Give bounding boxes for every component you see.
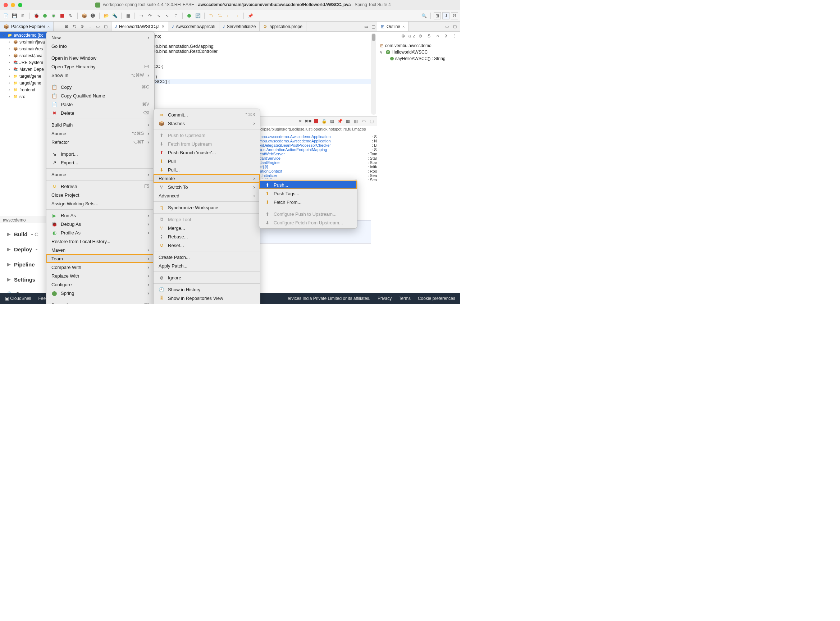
menu-open-type-hierarchy[interactable]: Open Type HierarchyF4 [46,62,154,71]
outline-tree[interactable]: ⊞com.vembu.awsccdemo vCHelloworldAWSCC s… [377,40,460,64]
editor-tab[interactable]: JServletInitialize [219,21,260,31]
focus-task-icon[interactable]: ⊚ [79,23,85,30]
menu-refresh[interactable]: ↻RefreshF5 [46,182,154,191]
minimize-view-icon[interactable]: ▭ [95,23,101,30]
menu-pull[interactable]: ⬇Pull [154,157,260,165]
drop-frame-icon[interactable]: ⤴ [172,12,179,20]
menu-configure[interactable]: Configure [46,280,154,289]
menu-merge[interactable]: ⑂Merge... [154,224,260,232]
nav-fwd-icon[interactable]: → [233,12,241,20]
debug-icon[interactable]: 🐞 [33,12,40,20]
maximize-view-icon[interactable]: ▢ [452,23,458,30]
menu-profile-as[interactable]: ◐Profile As [46,228,154,237]
close-view-icon[interactable]: × [47,24,50,29]
outline-package-row[interactable]: ⊞com.vembu.awsccdemo [380,42,457,49]
menu-spring[interactable]: ⬤Spring [46,289,154,297]
outline-class-row[interactable]: vCHelloworldAWSCC [380,49,457,55]
cloudshell-button[interactable]: ▣ CloudShell [5,296,31,301]
view-menu-icon[interactable]: ⋮ [87,23,93,30]
package-explorer-tab[interactable]: 📦 Package Explorer × [0,21,54,31]
hide-static-icon[interactable]: S [426,33,432,39]
menu-replace-with[interactable]: Replace With [46,271,154,280]
step-over-icon[interactable]: ↷ [146,12,154,20]
open-type-icon[interactable]: 📂 [103,12,110,20]
menu-debug-as[interactable]: 🐞Debug As [46,220,154,228]
menu-show-history[interactable]: 🕘Show in History [154,285,260,294]
sort-icon[interactable]: a↓z [409,33,415,39]
menu-copy[interactable]: 📋Copy⌘C [46,83,154,91]
java-perspective-icon[interactable]: J [442,12,450,20]
editor-tab[interactable]: JAwsccdemoApplicati [168,21,219,31]
skip-breakpoints-icon[interactable]: ⇢ [138,12,145,20]
editor-scrollbar[interactable] [371,33,376,115]
menu-commit[interactable]: ⇨Commit...⌃⌘3 [154,111,260,119]
menu-pull-dialog[interactable]: ⬇Pull... [154,165,260,174]
menu-close-project[interactable]: Close Project [46,191,154,199]
close-tab-icon[interactable]: × [162,24,164,29]
step-into-icon[interactable]: ↘ [155,12,162,20]
hide-local-icon[interactable]: λ [443,33,450,39]
menu-go-into[interactable]: Go Into [46,42,154,50]
menu-create-patch[interactable]: Create Patch... [154,253,260,261]
team-submenu[interactable]: ⇨Commit...⌃⌘3 📦Stashes ⬆Push to Upstream… [153,109,260,304]
menu-push-tags[interactable]: ⬆Push Tags... [259,189,357,198]
open-perspective-icon[interactable]: ⊞ [434,12,441,20]
search-icon[interactable]: 🔦 [111,12,118,20]
menu-rebase[interactable]: ⤸Rebase... [154,232,260,241]
scroll-lock-icon[interactable]: 🔒 [321,118,327,124]
menu-delete[interactable]: ✖Delete⌫ [46,109,154,117]
toggle-block-icon[interactable]: ▦ [124,12,132,20]
menu-switch-to[interactable]: ⑂Switch To [154,183,260,191]
open-console-icon[interactable]: ▥ [353,118,359,124]
focus-icon[interactable]: ⊚ [400,33,406,39]
rediscover-icon[interactable] [186,12,193,20]
outline-method-row[interactable]: sayHelloAWSCC() : String [380,55,457,62]
link-editor-icon[interactable]: ⇆ [71,23,77,30]
minimize-window-icon[interactable] [11,3,15,7]
close-view-icon[interactable]: × [403,24,404,29]
step-return-icon[interactable]: ↖ [163,12,171,20]
menu-new[interactable]: New [46,33,154,42]
save-icon[interactable]: 💾 [11,12,18,20]
menu-push[interactable]: ⬆Push... [259,180,357,189]
menu-export[interactable]: ↗Export... [46,158,154,167]
terminate-icon[interactable] [313,118,319,124]
zoom-window-icon[interactable] [18,3,22,7]
menu-sync-workspace[interactable]: ⇅Synchronize Workspace [154,203,260,212]
outline-tab[interactable]: ⊞Outline× [377,21,409,31]
menu-ignore[interactable]: ⊘Ignore [154,273,260,282]
menu-remote[interactable]: Remote [154,174,260,183]
minimize-editor-icon[interactable]: ▭ [362,23,370,30]
menu-team[interactable]: Team [46,254,154,263]
menu-maven[interactable]: Maven [46,245,154,254]
editor-tab[interactable]: ⚙application.prope [260,21,306,31]
menu-assign-ws[interactable]: Assign Working Sets... [46,199,154,208]
git-perspective-icon[interactable]: G [451,12,458,20]
menu-stashes[interactable]: 📦Stashes [154,119,260,128]
menu-show-in[interactable]: Show In⌥⌘W [46,71,154,79]
hide-non-public-icon[interactable]: ○ [434,33,441,39]
remove-launch-icon[interactable]: ✖✖ [305,118,312,124]
privacy-link[interactable]: Privacy [378,296,392,301]
maximize-editor-icon[interactable]: ▢ [370,23,377,30]
cookie-preferences-link[interactable]: Cookie preferences [418,296,455,301]
new-dropdown-icon[interactable]: 📄 [2,12,9,20]
maximize-view-icon[interactable]: ▢ [103,23,109,30]
run-icon[interactable] [41,12,48,20]
project-context-menu[interactable]: New Go Into Open in New Window Open Type… [46,31,154,304]
relaunch-icon[interactable]: ↻ [67,12,74,20]
menu-apply-patch[interactable]: Apply Patch... [154,261,260,270]
editor-tab[interactable]: JHelloworldAWSCC.ja× [112,21,168,31]
menu-run-as[interactable]: ▶Run As [46,211,154,220]
pin-console-icon[interactable]: 📌 [337,118,343,124]
show-console-icon[interactable]: ▤ [328,118,335,124]
menu-reset[interactable]: ↺Reset... [154,241,260,250]
menu-paste[interactable]: 📄Paste⌘V [46,100,154,109]
menu-refactor[interactable]: Refactor⌥⌘T [46,138,154,146]
display-selected-icon[interactable]: ▦ [345,118,351,124]
collapse-all-icon[interactable]: ⊟ [63,23,70,30]
hide-fields-icon[interactable]: ⊘ [417,33,424,39]
menu-source-2[interactable]: Source [46,170,154,179]
refresh-icon[interactable]: 🔄 [194,12,201,20]
remote-submenu[interactable]: ⬆Push... ⬆Push Tags... ⬇Fetch From... ⬆C… [259,179,357,229]
